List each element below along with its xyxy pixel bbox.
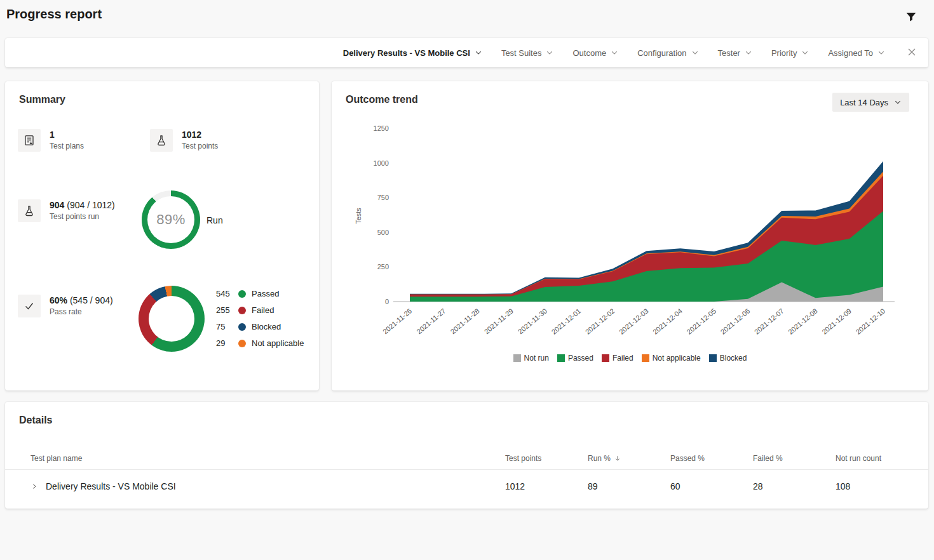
- svg-text:2021-12-04: 2021-12-04: [651, 307, 684, 335]
- row-not-run-count: 108: [836, 481, 928, 491]
- row-name-cell: Delivery Results - VS Mobile CSI: [5, 481, 505, 491]
- flask-icon: [18, 199, 41, 222]
- svg-text:2021-11-27: 2021-11-27: [415, 307, 447, 335]
- row-test-plan-name: Delivery Results - VS Mobile CSI: [46, 481, 176, 491]
- details-card: Details Test plan name Test points Run %…: [5, 402, 928, 509]
- column-header-passed-percent[interactable]: Passed %: [670, 454, 753, 463]
- legend-swatch: [557, 354, 565, 362]
- flask-icon: [150, 129, 173, 152]
- chevron-down-icon: [611, 49, 618, 57]
- stat-pass-rate-value: 60% (545 / 904): [50, 295, 113, 306]
- svg-text:2021-11-28: 2021-11-28: [449, 307, 481, 335]
- chevron-right-icon[interactable]: [30, 483, 38, 490]
- svg-text:2021-12-07: 2021-12-07: [753, 307, 785, 335]
- svg-text:0: 0: [385, 298, 389, 305]
- run-donut-label: Run: [206, 215, 223, 225]
- svg-text:2021-12-02: 2021-12-02: [584, 307, 616, 335]
- legend-dot: [238, 290, 246, 298]
- test-plan-icon: [18, 129, 41, 152]
- trend-area-chart: 025050075010001250Tests2021-11-262021-11…: [332, 81, 928, 390]
- filter-dropdown-test-plan[interactable]: Delivery Results - VS Mobile CSI: [343, 48, 482, 58]
- outcome-donut-legend: 545Passed255Failed75Blocked29Not applica…: [216, 288, 304, 349]
- filter-dropdown-label: Configuration: [637, 48, 686, 58]
- filter-dropdown-group: Test SuitesOutcomeConfigurationTesterPri…: [501, 48, 885, 58]
- filter-dropdown-tester[interactable]: Tester: [718, 48, 752, 58]
- svg-text:500: 500: [377, 229, 389, 236]
- sort-descending-icon: [614, 455, 621, 462]
- filter-items: Delivery Results - VS Mobile CSI Test Su…: [343, 47, 928, 58]
- trend-legend-item-blocked: Blocked: [709, 354, 747, 363]
- filter-plan-label: Delivery Results - VS Mobile CSI: [343, 48, 470, 58]
- legend-swatch: [642, 354, 649, 362]
- column-header-not-run-count[interactable]: Not run count: [836, 454, 928, 463]
- trend-legend-item-not-run: Not run: [513, 354, 549, 363]
- svg-text:2021-12-03: 2021-12-03: [618, 307, 650, 335]
- legend-swatch: [709, 354, 717, 362]
- outcome-donut-chart: [139, 286, 205, 352]
- column-header-failed-percent[interactable]: Failed %: [753, 454, 836, 463]
- svg-text:2021-12-08: 2021-12-08: [787, 307, 819, 335]
- trend-legend-item-failed: Failed: [602, 354, 633, 363]
- row-run-percent: 89: [588, 481, 670, 491]
- column-header-test-points[interactable]: Test points: [505, 454, 588, 463]
- svg-text:2021-12-09: 2021-12-09: [820, 307, 853, 335]
- filter-dropdown-assigned-to[interactable]: Assigned To: [828, 48, 885, 58]
- stat-test-plans-value: 1: [50, 129, 84, 140]
- column-header-test-plan-name[interactable]: Test plan name: [5, 454, 505, 463]
- filter-dropdown-test-suites[interactable]: Test Suites: [501, 48, 554, 58]
- svg-text:250: 250: [377, 263, 389, 270]
- table-row[interactable]: Delivery Results - VS Mobile CSI 1012 89…: [5, 470, 928, 503]
- legend-label: Failed: [613, 354, 633, 363]
- svg-text:1000: 1000: [374, 159, 389, 167]
- svg-text:2021-12-06: 2021-12-06: [719, 307, 752, 335]
- stat-test-points-run-label: Test points run: [50, 212, 115, 221]
- filter-dropdown-configuration[interactable]: Configuration: [637, 48, 698, 58]
- legend-count: 545: [216, 288, 233, 300]
- trend-legend-item-passed: Passed: [557, 354, 593, 363]
- stat-test-plans: 1 Test plans: [18, 129, 84, 152]
- svg-text:2021-11-26: 2021-11-26: [381, 307, 413, 335]
- filter-bar: Delivery Results - VS Mobile CSI Test Su…: [5, 38, 928, 67]
- legend-count: 29: [216, 338, 233, 349]
- checkmark-icon: [18, 295, 41, 317]
- row-test-points: 1012: [505, 481, 588, 491]
- run-percent-value: 89%: [156, 211, 186, 228]
- stat-test-points-run-value: 904 (904 / 1012): [50, 199, 115, 211]
- svg-text:1250: 1250: [374, 124, 389, 132]
- trend-legend-item-not-applicable: Not applicable: [642, 354, 701, 363]
- trend-legend: Not runPassedFailedNot applicableBlocked: [332, 354, 928, 363]
- chevron-down-icon: [745, 49, 752, 57]
- filter-dropdown-outcome[interactable]: Outcome: [572, 48, 618, 58]
- legend-dot: [238, 323, 246, 331]
- chevron-down-icon: [546, 49, 553, 57]
- outcome-trend-card: Outcome trend Last 14 Days 0250500750100…: [332, 81, 928, 390]
- svg-text:2021-11-30: 2021-11-30: [517, 307, 548, 335]
- funnel-icon: [905, 10, 917, 23]
- svg-text:2021-12-10: 2021-12-10: [854, 307, 886, 335]
- legend-dot: [238, 340, 246, 347]
- legend-label: Blocked: [720, 354, 747, 363]
- legend-label: Blocked: [252, 321, 281, 333]
- legend-label: Not applicable: [252, 338, 304, 349]
- chevron-down-icon: [801, 49, 809, 57]
- legend-item-passed: 545Passed: [216, 288, 304, 300]
- close-icon[interactable]: [907, 47, 918, 58]
- legend-label: Not applicable: [653, 354, 701, 363]
- legend-label: Failed: [252, 305, 274, 316]
- page-title: Progress report: [6, 7, 102, 22]
- legend-item-not-applicable: 29Not applicable: [216, 338, 304, 349]
- legend-swatch: [602, 354, 609, 362]
- column-header-run-percent[interactable]: Run %: [588, 454, 670, 463]
- page-header: Progress report: [0, 0, 934, 32]
- legend-label: Not run: [524, 354, 549, 363]
- filter-dropdown-label: Test Suites: [501, 48, 542, 58]
- legend-label: Passed: [252, 288, 279, 300]
- stat-test-points: 1012 Test points: [150, 129, 218, 152]
- stat-test-points-value: 1012: [182, 129, 218, 140]
- stat-test-points-run: 904 (904 / 1012) Test points run: [18, 199, 115, 222]
- filter-dropdown-priority[interactable]: Priority: [771, 48, 809, 58]
- legend-label: Passed: [568, 354, 593, 363]
- filter-dropdown-label: Priority: [771, 48, 797, 58]
- filter-icon[interactable]: [905, 10, 917, 23]
- details-table-header: Test plan name Test points Run % Passed …: [5, 448, 928, 469]
